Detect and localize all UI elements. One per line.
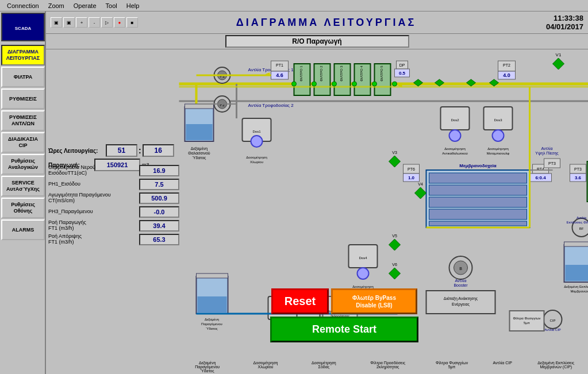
svg-text:1.0: 1.0 <box>408 175 415 180</box>
svg-text:Εκπλύσεις Φίλτρων: Εκπλύσεις Φίλτρων <box>566 221 588 224</box>
svg-text:Dos4: Dos4 <box>359 256 367 260</box>
sidebar-item-filters[interactable]: ΦΙΛΤΡΑ <box>1 67 45 87</box>
content-area: ▣ ▣ + - ▷ ● ■ ΔΙΑΓΡΑΜΜΑ ΛΕΙΤΟΥΡΓΙΑΣ 11:3… <box>46 11 588 374</box>
sub-header: R/O Παραγωγή <box>46 34 588 49</box>
meas-row-conductivity: Αγωγιμότητα Παραγόμενου CT(mS/cm) 500.9 <box>48 192 179 205</box>
meas-value-conductivity: 500.9 <box>139 192 179 204</box>
svg-text:Μεταμπισουλφ: Μεταμπισουλφ <box>487 152 510 155</box>
svg-text:Ύδατος: Ύδατος <box>193 156 206 160</box>
svg-text:SCADA: SCADA <box>15 26 32 31</box>
svg-marker-97 <box>389 268 401 279</box>
meas-row-temp: Θερμοκρασία Νερού ΕισόδουΤΤ1(oC) 16.9 <box>48 164 179 177</box>
toolbar-btn-zoom-out[interactable]: - <box>89 17 100 28</box>
sidebar-logo: SCADA <box>1 13 45 41</box>
sidebar-item-settings[interactable]: ΡΥΘΜΙΣΕΙΣ <box>1 88 45 109</box>
page-title: ΔΙΑΓΡΑΜΜΑ ΛΕΙΤΟΥΡΓΙΑΣ <box>138 17 514 29</box>
menu-zoom[interactable]: Zoom <box>44 2 69 9</box>
svg-text:Αντλία: Αντλία <box>541 146 553 151</box>
svg-text:Ύδατος: Ύδατος <box>206 327 218 330</box>
svg-rect-130 <box>566 265 589 281</box>
measurement-section: Θερμοκρασία Νερού ΕισόδουΤΤ1(oC) 16.9 PH… <box>48 164 179 247</box>
svg-text:PT2: PT2 <box>503 63 510 67</box>
svg-point-47 <box>251 136 263 147</box>
svg-text:Δοσομέτρηση: Δοσομέτρηση <box>487 147 509 151</box>
svg-text:6:0.4: 6:0.4 <box>535 175 546 180</box>
svg-rect-13 <box>185 104 214 109</box>
svg-point-161 <box>332 82 337 86</box>
svg-marker-95 <box>389 239 401 250</box>
toolbar-btn-zoom-in[interactable]: + <box>76 17 87 28</box>
reset-button[interactable]: Reset <box>271 288 329 314</box>
svg-text:Υψηλ Πίεσης: Υψηλ Πίεσης <box>535 151 559 156</box>
svg-text:PT3: PT3 <box>574 167 582 171</box>
svg-text:Παραγόμενου: Παραγόμενου <box>201 322 222 326</box>
svg-text:5μπ: 5μπ <box>524 321 530 325</box>
label-filter-5um-b: Φίλτρα Φυσιγγίων 5μπ <box>435 361 469 373</box>
label-dos-chlorine-b: Δοσομέτρηση Χλωρίου <box>248 361 283 373</box>
action-buttons: Reset Φλωτέρ ByPass Disable (LS8) Remote… <box>270 288 418 342</box>
meas-value-flow-prod: 39.4 <box>139 220 179 232</box>
hours-min-value: 16 <box>143 144 174 157</box>
svg-text:CIP: CIP <box>549 319 555 322</box>
svg-text:4.6: 4.6 <box>276 72 283 78</box>
sidebar-item-analog[interactable]: Ρυθμίσεις Αναλογικών <box>1 154 45 175</box>
svg-rect-67 <box>429 209 527 219</box>
meas-label-temp: Θερμοκρασία Νερού ΕισόδουΤΤ1(oC) <box>48 165 139 176</box>
menu-tool[interactable]: Tool <box>101 2 122 9</box>
svg-text:V5: V5 <box>392 234 397 238</box>
sidebar-item-pump-settings[interactable]: ΡΥΘΜΙΣΕΙΣ ΑΝΤΛ/ΩΝ <box>1 110 45 131</box>
sidebar-item-diagram[interactable]: ΔΙΑΓΡΑΜΜΑ ΛΕΙΤΟΥΡΓΙΑΣ <box>1 45 45 65</box>
meas-value-ph3: -0.0 <box>139 206 179 218</box>
svg-text:Αντλία CIP: Αντλία CIP <box>544 328 561 331</box>
sidebar-item-alarms[interactable]: ALARMS <box>1 219 45 240</box>
toolbar-btn-stop[interactable]: ■ <box>126 17 138 28</box>
svg-text:Αντλία: Αντλία <box>455 279 467 283</box>
sidebar-item-process[interactable]: ΔΙΑΔΙΚΑΣΙΑ CIP <box>1 132 45 153</box>
menu-help[interactable]: Help <box>122 2 144 9</box>
svg-text:Δεξαμένη: Δεξαμένη <box>205 318 219 321</box>
bypass-button[interactable]: Φλωτέρ ByPass Disable (LS8) <box>331 288 417 314</box>
svg-point-163 <box>372 82 377 86</box>
meas-label-ph1: PH1_Εισόδου <box>48 182 139 187</box>
svg-text:Μεμβρανών: Μεμβρανών <box>570 290 588 293</box>
toolbar-btn-1[interactable]: ▣ <box>51 17 62 28</box>
svg-rect-14 <box>186 124 213 140</box>
sidebar-item-service[interactable]: SERVICE ΑυτΑσΎγΧης <box>1 176 45 196</box>
svg-point-52 <box>449 130 461 141</box>
svg-text:Dos1: Dos1 <box>252 130 261 133</box>
svg-text:V4: V4 <box>418 182 423 186</box>
toolbar-btn-2[interactable]: ▣ <box>63 17 75 28</box>
svg-text:0.5: 0.5 <box>399 71 406 76</box>
svg-text:BF: BF <box>579 227 584 230</box>
svg-text:ΦΙΛΤΡΟ 2: ΦΙΛΤΡΟ 2 <box>320 65 323 82</box>
meas-row-flow-prod: Ροή Παραγωγής FT1 (m3/h) 39.4 <box>48 219 179 232</box>
svg-text:Χλωρίου: Χλωρίου <box>250 160 263 164</box>
svg-point-103 <box>358 268 369 279</box>
hours-label: Ώρες Λειτουργίας: <box>48 148 106 154</box>
svg-text:V1: V1 <box>556 52 562 57</box>
svg-point-159 <box>292 82 297 86</box>
remote-start-button[interactable]: Remote Start <box>270 317 418 342</box>
svg-text:Θαλασσινού: Θαλασσινού <box>188 151 210 155</box>
svg-marker-93 <box>415 187 426 199</box>
svg-rect-114 <box>198 296 227 313</box>
label-product-tank: Δεξαμένη Παραγόμενου Ύδατος <box>190 361 225 373</box>
meas-value-ph1: 7.5 <box>139 179 179 190</box>
sidebar-item-screen[interactable]: Ρυθμίσεις Οθόνης <box>1 198 45 218</box>
meas-value-flow-reject: 65.3 <box>139 234 179 245</box>
svg-text:ΦΙΛΤΡΟ 4: ΦΙΛΤΡΟ 4 <box>360 65 363 82</box>
svg-text:PT1: PT1 <box>276 63 283 67</box>
meas-row-ph1: PH1_Εισόδου 7.5 <box>48 178 179 191</box>
svg-text:Booster: Booster <box>454 283 468 287</box>
menu-operate[interactable]: Operate <box>69 2 101 9</box>
svg-point-164 <box>393 82 397 86</box>
svg-text:V6: V6 <box>392 263 397 267</box>
toolbar-btn-rec[interactable]: ● <box>114 17 125 28</box>
menu-connection[interactable]: Connection <box>2 2 44 9</box>
toolbar-btn-play[interactable]: ▷ <box>101 17 113 28</box>
ro-label: R/O Παραγωγή <box>225 35 409 48</box>
header-datetime: 11:33:38 04/01/2017 <box>514 14 583 31</box>
svg-text:ΦΙΛΤΡΟ 3: ΦΙΛΤΡΟ 3 <box>340 65 343 82</box>
svg-text:B: B <box>459 267 462 271</box>
svg-text:Δεξαμένη Εκπλύσεις: Δεξαμένη Εκπλύσεις <box>564 285 588 288</box>
